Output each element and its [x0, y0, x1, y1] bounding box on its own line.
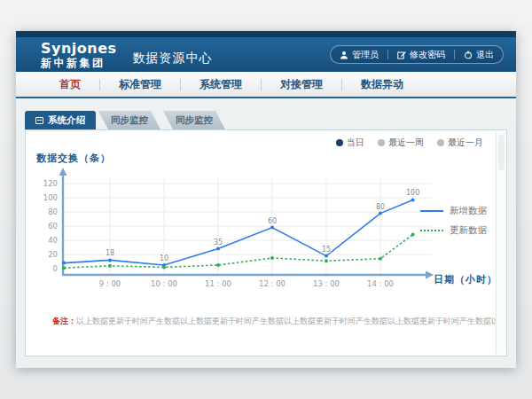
- data-point: [216, 247, 220, 251]
- nav-item-standard-mgmt[interactable]: 标准管理: [100, 77, 180, 92]
- power-icon: [464, 51, 473, 59]
- y-tick-label: 60: [48, 222, 58, 231]
- y-axis-title: 数据交换（条）: [36, 152, 111, 165]
- legend-item-new-data: 新增数据: [420, 205, 487, 217]
- content-panel: 当日 最近一周 最近一月 数据交换（条） 0204060801001209 : …: [25, 129, 507, 356]
- data-point: [411, 198, 415, 201]
- data-point-label: 80: [376, 203, 385, 211]
- radio-today[interactable]: 当日: [336, 137, 364, 149]
- data-point-label: 35: [214, 239, 223, 246]
- app-window: Synjones 新中新集团 数据资源中心 管理员 修改密码: [16, 31, 516, 368]
- data-point: [216, 263, 220, 267]
- footnote: 备注：以上数据更新于时间产生数据以上数据更新于时间产生数据以上数据更新于时间产生…: [52, 316, 496, 327]
- series-line: [64, 235, 412, 269]
- chart-legend: 新增数据 更新数据: [420, 205, 487, 237]
- tab-sync-monitor-1[interactable]: 同步监控: [98, 111, 160, 129]
- x-tick-label: 12 : 00: [259, 279, 286, 288]
- scrollbar-thumb[interactable]: [498, 135, 505, 170]
- legend-item-update-data: 更新数据: [420, 224, 487, 237]
- radio-last-month[interactable]: 最近一月: [437, 137, 483, 149]
- radio-label: 最近一周: [388, 137, 424, 149]
- data-point: [325, 254, 328, 258]
- data-point: [411, 233, 415, 237]
- brand-logo: Synjones 新中新集团: [28, 42, 117, 68]
- x-tick-label: 13 : 00: [313, 279, 340, 288]
- brand-name: Synjones: [41, 42, 117, 56]
- x-tick-label: 11 : 00: [205, 279, 231, 288]
- logout-button[interactable]: 退出: [455, 46, 503, 63]
- nav-item-data-change[interactable]: 数据异动: [342, 77, 422, 92]
- change-password-button[interactable]: 修改密码: [388, 46, 454, 63]
- data-point: [325, 259, 328, 262]
- tab-bar: 系统介绍 同步监控 同步监控: [25, 111, 225, 129]
- nav-item-interface-mgmt[interactable]: 对接管理: [262, 77, 341, 92]
- y-tick-label: 100: [43, 193, 58, 202]
- y-tick-label: 80: [48, 207, 58, 216]
- user-menu-admin[interactable]: 管理员: [331, 46, 387, 63]
- panel-scrollbar[interactable]: [496, 132, 506, 354]
- data-point: [108, 258, 112, 262]
- change-password-label: 修改密码: [410, 49, 445, 61]
- user-icon: [340, 51, 348, 59]
- user-menu: 管理员 修改密码 退出: [330, 45, 504, 64]
- data-point-label: 10: [160, 254, 168, 262]
- x-tick-label: 14 : 00: [367, 279, 394, 288]
- tab-label: 系统介绍: [48, 111, 85, 129]
- legend-label: 新增数据: [450, 205, 487, 217]
- x-axis-title: 日期（小时）: [434, 273, 497, 286]
- y-tick-label: 40: [48, 236, 58, 245]
- data-point: [379, 257, 382, 261]
- brand-company: 新中新集团: [41, 58, 117, 68]
- legend-label: 更新数据: [450, 224, 487, 237]
- data-point: [270, 226, 274, 230]
- y-tick-label: 120: [43, 179, 58, 188]
- data-point-label: 100: [406, 189, 419, 197]
- solid-line-swatch-icon: [420, 210, 443, 212]
- data-point: [270, 256, 274, 260]
- radio-dot-icon: [437, 139, 444, 146]
- radio-dot-icon: [378, 139, 385, 146]
- radio-label: 当日: [347, 137, 364, 149]
- data-point-label: 18: [106, 249, 114, 257]
- logout-label: 退出: [476, 49, 494, 61]
- data-point: [62, 262, 66, 265]
- app-header: Synjones 新中新集团 数据资源中心 管理员 修改密码: [16, 37, 516, 72]
- data-point: [379, 212, 382, 215]
- document-icon: [35, 117, 43, 124]
- page-title: 数据资源中心: [133, 43, 213, 66]
- data-point: [62, 266, 66, 270]
- main-nav: 首页 标准管理 系统管理 对接管理 数据异动: [16, 72, 516, 98]
- series-line: [64, 200, 412, 265]
- nav-item-home[interactable]: 首页: [41, 77, 99, 92]
- y-axis-arrow-icon: [59, 168, 67, 176]
- data-point: [108, 264, 112, 268]
- radio-last-week[interactable]: 最近一周: [378, 137, 424, 149]
- window-top-strip: [16, 31, 516, 37]
- data-point: [162, 265, 166, 269]
- footnote-text: 以上数据更新于时间产生数据以上数据更新于时间产生数据以上数据更新于时间产生数据以…: [76, 317, 496, 325]
- tab-sync-monitor-2[interactable]: 同步监控: [163, 111, 225, 129]
- y-tick-label: 0: [53, 264, 58, 273]
- x-tick-label: 10 : 00: [151, 279, 177, 288]
- data-point-label: 15: [322, 246, 331, 254]
- data-point-label: 60: [268, 217, 277, 225]
- dotted-line-swatch-icon: [420, 230, 443, 231]
- user-menu-label: 管理员: [352, 49, 379, 61]
- radio-dot-icon: [336, 139, 343, 146]
- footnote-prefix: 备注：: [52, 317, 76, 325]
- edit-icon: [397, 51, 406, 59]
- x-axis-arrow-icon: [426, 271, 434, 279]
- radio-label: 最近一月: [448, 137, 483, 149]
- x-tick-label: 9 : 00: [99, 279, 121, 288]
- y-tick-label: 20: [48, 250, 58, 259]
- tab-system-intro[interactable]: 系统介绍: [25, 111, 96, 129]
- nav-item-system-mgmt[interactable]: 系统管理: [181, 77, 261, 92]
- range-filter-group: 当日 最近一周 最近一月: [336, 137, 483, 149]
